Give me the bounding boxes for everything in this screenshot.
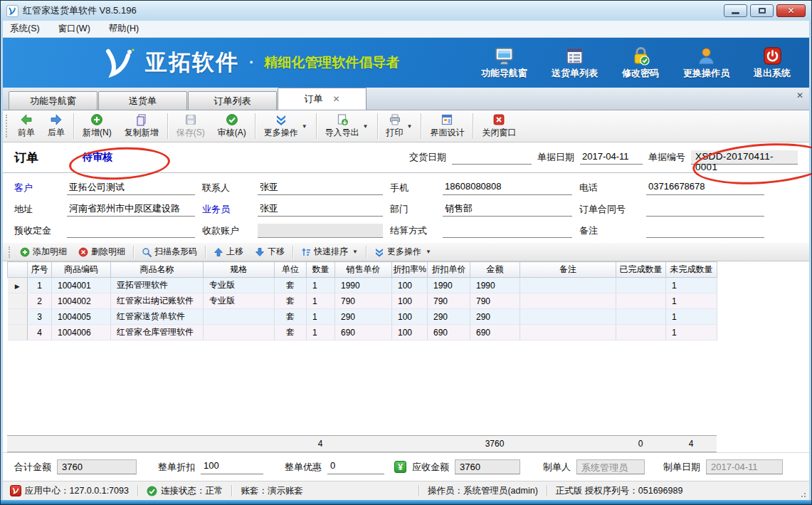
more-detail-actions-button[interactable]: 更多操作 ▼ [369,243,437,261]
quick-sort-button[interactable]: 快速排序 ▼ [295,243,364,261]
print-button[interactable]: 打印 ▼ [380,110,419,142]
delivery-list-button[interactable]: 送货单列表 [552,46,598,80]
scan-barcode-button[interactable]: 扫描条形码 [136,243,203,261]
row-selector[interactable]: ▶ [8,278,28,293]
order-discount-field[interactable]: 100 [201,460,263,474]
prev-order-button[interactable]: 前单 [11,110,41,142]
move-down-button[interactable]: 下移 [249,243,290,261]
grid-cell[interactable]: 1990 [335,278,392,293]
menu-window[interactable]: 窗口(W) [58,23,90,35]
tab-order-list[interactable]: 订单列表 [188,91,277,110]
grid-column-header[interactable]: 规格 [204,262,275,278]
grid-cell[interactable]: 红管家仓库管理软件 [111,325,204,340]
ui-design-button[interactable]: 界面设计 [423,110,470,142]
grid-cell[interactable]: 1 [307,325,335,340]
grid-cell[interactable]: 290 [428,309,470,325]
grid-cell[interactable]: 红管家出纳记账软件 [111,293,204,309]
address-field[interactable]: 河南省郑州市中原区建设路 [67,202,195,217]
grid-cell[interactable]: 套 [275,309,307,325]
move-up-button[interactable]: 上移 [208,243,249,261]
delivery-date-field[interactable] [452,151,532,165]
receiving-account-field[interactable] [258,224,383,238]
delete-detail-button[interactable]: 删除明细 [73,243,131,261]
grid-column-header[interactable]: 商品编码 [52,262,111,278]
grid-cell[interactable] [520,325,616,340]
grid-cell[interactable]: 1 [666,293,717,309]
contract-no-field[interactable] [646,202,764,217]
grid-cell[interactable]: 1004006 [52,325,111,340]
tab-order[interactable]: 订单 ✕ [278,88,367,110]
grid-column-header[interactable]: 已完成数量 [616,262,666,278]
grid-column-header[interactable]: 数量 [307,262,335,278]
grid-cell[interactable]: 4 [28,325,52,340]
more-actions-button[interactable]: 更多操作 ▼ [258,110,314,142]
approve-button[interactable]: 审核(A) [211,110,253,142]
minimize-button[interactable] [724,4,747,17]
nav-window-button[interactable]: 功能导航窗 [481,46,527,80]
grid-cell[interactable]: 790 [428,293,470,309]
grid-cell[interactable]: 690 [470,325,520,340]
grid-cell[interactable]: 1 [666,278,717,293]
change-password-button[interactable]: 修改密码 [622,46,659,80]
grid-cell[interactable]: 1 [28,278,52,293]
grid-cell[interactable]: 专业版 [204,293,275,309]
grid-cell[interactable]: 790 [335,293,392,309]
maximize-button[interactable] [750,4,774,17]
grid-cell[interactable]: 2 [28,293,52,309]
grid-column-header[interactable]: 单位 [275,262,307,278]
grid-cell[interactable]: 套 [275,325,307,340]
tabstrip-close-icon[interactable]: ✕ [796,90,803,100]
grid-cell[interactable]: 290 [335,309,392,325]
grid-cell[interactable]: 1990 [470,278,520,293]
grid-cell[interactable]: 3 [28,309,52,325]
remark-field[interactable] [646,224,764,238]
row-selector[interactable] [8,293,28,309]
grid-cell[interactable] [520,309,616,325]
grid-column-header[interactable]: 商品名称 [111,262,204,278]
grid-cell[interactable]: 1004001 [52,278,111,293]
grid-column-header[interactable]: 备注 [520,262,616,278]
grid-cell[interactable]: 专业版 [204,278,275,293]
grid-cell[interactable]: 100 [392,278,428,293]
grid-column-header[interactable]: 折扣率% [392,262,428,278]
grid-column-header[interactable]: 金额 [470,262,520,278]
grid-cell[interactable]: 790 [470,293,520,309]
copy-new-button[interactable]: 复制新增 [118,110,165,142]
doc-date-field[interactable]: 2017-04-11 [580,151,643,165]
grid-cell[interactable]: 100 [392,293,428,309]
menu-help[interactable]: 帮助(H) [109,23,139,35]
import-export-button[interactable]: 导入导出 ▼ [319,110,375,142]
grid-column-header[interactable]: 销售单价 [335,262,392,278]
tab-nav-window[interactable]: 功能导航窗 [9,91,97,110]
grid-column-header[interactable]: 未完成数量 [666,262,717,278]
close-window-button[interactable]: 关闭窗口 [475,110,522,142]
grid-column-header[interactable]: 折扣单价 [428,262,470,278]
next-order-button[interactable]: 后单 [41,110,71,142]
close-button[interactable]: ✕ [776,4,806,17]
row-selector[interactable] [8,309,28,325]
grid-cell[interactable] [616,278,666,293]
contact-field[interactable]: 张亚 [258,181,383,195]
grid-cell[interactable]: 1 [666,325,717,340]
grid-empty-area[interactable] [7,340,809,435]
grid-cell[interactable]: 1990 [428,278,470,293]
grid-cell[interactable]: 690 [335,325,392,340]
grid-cell[interactable] [616,293,666,309]
salesman-field[interactable]: 张亚 [258,202,383,217]
grid-cell[interactable]: 100 [392,309,428,325]
doc-no-field[interactable]: XSDD-20170411-0001 [691,150,798,165]
grid-cell[interactable]: 套 [275,293,307,309]
grid-cell[interactable]: 1004005 [52,309,111,325]
grid-cell[interactable] [204,309,275,325]
tab-close-icon[interactable]: ✕ [332,94,339,104]
grid-cell[interactable]: 690 [428,325,470,340]
grid-cell[interactable]: 1 [307,293,335,309]
grid-cell[interactable]: 红管家送货单软件 [111,309,204,325]
grid-cell[interactable]: 亚拓管理软件 [111,278,204,293]
salesman-label[interactable]: 业务员 [202,203,251,216]
grid-cell[interactable] [616,325,666,340]
grid-cell[interactable]: 1 [307,309,335,325]
deposit-field[interactable] [67,224,195,238]
grid-cell[interactable]: 1004002 [52,293,111,309]
exit-system-button[interactable]: 退出系统 [754,46,791,80]
